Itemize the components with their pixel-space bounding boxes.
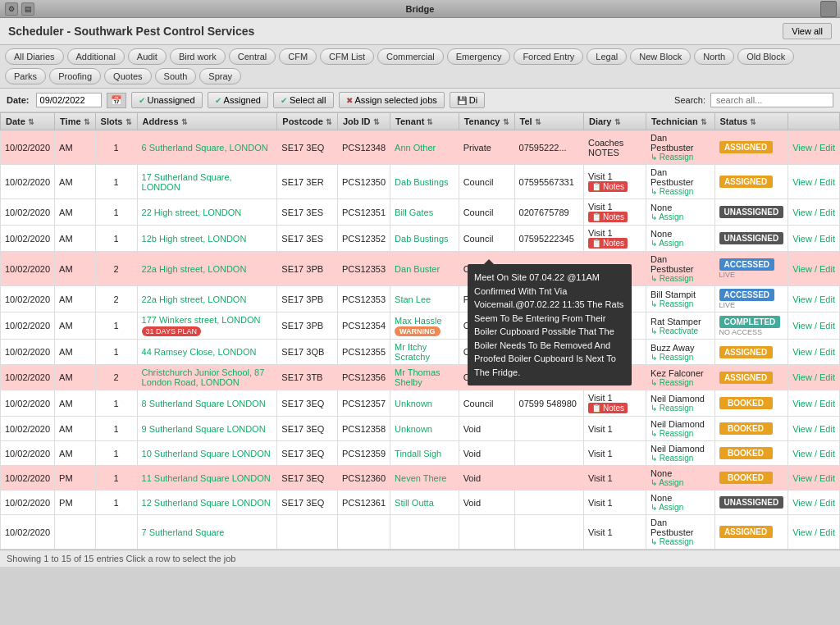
cell-view-edit[interactable]: View / Edit: [788, 130, 840, 165]
cell-technician[interactable]: Bill Stampit↳ Reassign: [646, 286, 714, 312]
table-row[interactable]: 10/02/2020AM16 Sutherland Square, LONDON…: [1, 130, 840, 165]
cell-tenant[interactable]: Unknown: [390, 417, 459, 441]
assign-link[interactable]: ↳ Assign: [651, 239, 710, 248]
address-link[interactable]: 22 High street, LONDON: [142, 208, 242, 217]
save-button[interactable]: 💾 Di: [450, 92, 485, 108]
table-row[interactable]: 10/02/2020AM144 Ramsey Close, LONDONSE17…: [1, 340, 840, 365]
reassign-link[interactable]: ↳ Reassign: [651, 537, 710, 546]
tenant-link[interactable]: Tindall Sigh: [395, 449, 441, 458]
notes-badge[interactable]: 📋 Notes: [588, 212, 628, 222]
cell-technician[interactable]: None↳ Assign: [646, 466, 714, 490]
reassign-link[interactable]: ↳ Reassign: [651, 378, 710, 387]
cell-tenant[interactable]: Max HassleWARNING: [390, 312, 459, 340]
nav-tab-new-block[interactable]: New Block: [630, 48, 691, 65]
cell-diary[interactable]: Visit 1: [583, 466, 646, 490]
nav-tab-cfm[interactable]: CFM: [279, 48, 317, 65]
cell-technician[interactable]: Neil Diamond↳ Reassign: [646, 441, 714, 466]
address-link[interactable]: 11 Sutherland Square LONDON: [142, 473, 271, 483]
monitor-icon[interactable]: ▤: [21, 2, 34, 16]
table-row[interactable]: 10/02/2020AM18 Sutherland Square LONDONS…: [1, 390, 840, 417]
tenant-link[interactable]: Dab Bustings: [395, 234, 448, 244]
address-link[interactable]: 44 Ramsey Close, LONDON: [142, 347, 257, 357]
view-edit-link[interactable]: View / Edit: [792, 527, 835, 537]
cell-diary[interactable]: Visit 1 📋 Notes: [583, 165, 646, 199]
address-link[interactable]: 12b High street, LONDON: [142, 234, 247, 244]
cell-view-edit[interactable]: View / Edit: [788, 490, 840, 515]
view-edit-link[interactable]: View / Edit: [792, 321, 835, 331]
address-link[interactable]: 177 Winkers street, LONDON: [142, 315, 261, 325]
view-edit-link[interactable]: View / Edit: [792, 264, 835, 274]
select-all-button[interactable]: ✔ Select all: [273, 92, 334, 108]
cell-diary[interactable]: Visit 1 📋 Notes: [583, 226, 646, 252]
nav-tab-north[interactable]: North: [694, 48, 734, 65]
cell-diary[interactable]: Visit 1: [583, 417, 646, 441]
col-header-address[interactable]: Address ⇅: [137, 113, 277, 130]
cell-view-edit[interactable]: View / Edit: [788, 312, 840, 340]
view-edit-link[interactable]: View / Edit: [792, 208, 835, 217]
nav-tab-parks[interactable]: Parks: [5, 68, 46, 84]
col-header-job-id[interactable]: Job ID ⇅: [337, 113, 390, 130]
nav-tab-additional[interactable]: Additional: [67, 48, 125, 65]
reactivate-link[interactable]: ↳ Reactivate: [651, 326, 710, 335]
reassign-link[interactable]: ↳ Reassign: [651, 274, 710, 283]
notes-badge[interactable]: 📋 Notes: [588, 181, 628, 192]
nav-tab-audit[interactable]: Audit: [128, 48, 167, 65]
cell-view-edit[interactable]: View / Edit: [788, 365, 840, 390]
address-link[interactable]: 17 Sutherland Square, LONDON: [142, 172, 232, 192]
cell-diary[interactable]: Coaches NOTES: [583, 130, 646, 165]
cell-address[interactable]: 10 Sutherland Square LONDON: [137, 441, 277, 466]
view-edit-link[interactable]: View / Edit: [792, 347, 835, 357]
cell-address[interactable]: 11 Sutherland Square LONDON: [137, 466, 277, 490]
cell-address[interactable]: 22a High street, LONDON: [137, 252, 277, 286]
assign-link[interactable]: ↳ Assign: [651, 478, 710, 487]
table-row[interactable]: 10/02/2020AM222a High street, LONDONSE17…: [1, 252, 840, 286]
view-edit-link[interactable]: View / Edit: [792, 143, 835, 153]
view-edit-link[interactable]: View / Edit: [792, 498, 835, 508]
search-input[interactable]: [710, 93, 833, 107]
cell-tenant[interactable]: Unknown: [390, 390, 459, 417]
cell-technician[interactable]: None↳ Assign: [646, 490, 714, 515]
nav-tab-proofing[interactable]: Proofing: [49, 68, 101, 84]
nav-tab-all-diaries[interactable]: All Diaries: [5, 48, 64, 65]
cell-diary[interactable]: Visit 1 📋 Notes: [583, 390, 646, 417]
view-edit-link[interactable]: View / Edit: [792, 449, 835, 458]
cell-view-edit[interactable]: View / Edit: [788, 165, 840, 199]
tenant-link[interactable]: Neven There: [395, 473, 446, 483]
tenant-link[interactable]: Max Hassle: [395, 316, 441, 326]
cell-view-edit[interactable]: View / Edit: [788, 441, 840, 466]
cell-view-edit[interactable]: View / Edit: [788, 226, 840, 252]
col-header-postcode[interactable]: Postcode ⇅: [277, 113, 338, 130]
cell-diary[interactable]: Visit 1 📋 Notes: [583, 199, 646, 226]
cell-technician[interactable]: None↳ Assign: [646, 226, 714, 252]
table-row[interactable]: 10/02/2020PM111 Sutherland Square LONDON…: [1, 466, 840, 490]
cell-tenant[interactable]: Ann Other: [390, 130, 459, 165]
cell-technician[interactable]: Kez Falconer↳ Reassign: [646, 365, 714, 390]
tenant-link[interactable]: Ann Other: [395, 143, 436, 153]
table-row[interactable]: 10/02/2020PM112 Sutherland Square LONDON…: [1, 490, 840, 515]
cell-tenant[interactable]: Dan Buster: [390, 252, 459, 286]
view-edit-link[interactable]: View / Edit: [792, 234, 835, 244]
cell-tenant[interactable]: Mr Thomas Shelby: [390, 365, 459, 390]
cell-address[interactable]: 6 Sutherland Square, LONDON: [137, 130, 277, 165]
view-edit-link[interactable]: View / Edit: [792, 177, 835, 187]
address-link[interactable]: 22a High street, LONDON: [142, 294, 247, 304]
view-edit-link[interactable]: View / Edit: [792, 473, 835, 483]
cell-diary[interactable]: Visit 1: [583, 490, 646, 515]
cell-view-edit[interactable]: View / Edit: [788, 417, 840, 441]
table-row[interactable]: 10/02/2020AM1177 Winkers street, LONDON3…: [1, 312, 840, 340]
cell-address[interactable]: 12b High street, LONDON: [137, 226, 277, 252]
cell-tenant[interactable]: Bill Gates: [390, 199, 459, 226]
nav-tab-cfm-list[interactable]: CFM List: [320, 48, 374, 65]
cell-tenant[interactable]: Neven There: [390, 466, 459, 490]
cell-tenant[interactable]: Stan Lee: [390, 286, 459, 312]
reassign-link[interactable]: ↳ Reassign: [651, 187, 710, 196]
nav-tab-forced-entry[interactable]: Forced Entry: [514, 48, 583, 65]
cell-address[interactable]: 22 High street, LONDON: [137, 199, 277, 226]
cell-tenant[interactable]: Still Outta: [390, 490, 459, 515]
tenant-link[interactable]: Dab Bustings: [395, 177, 448, 187]
view-all-button[interactable]: View all: [783, 23, 832, 39]
cell-tenant[interactable]: [390, 515, 459, 550]
notes-badge[interactable]: 📋 Notes: [588, 403, 628, 413]
user-avatar[interactable]: [820, 1, 837, 17]
view-edit-link[interactable]: View / Edit: [792, 424, 835, 434]
